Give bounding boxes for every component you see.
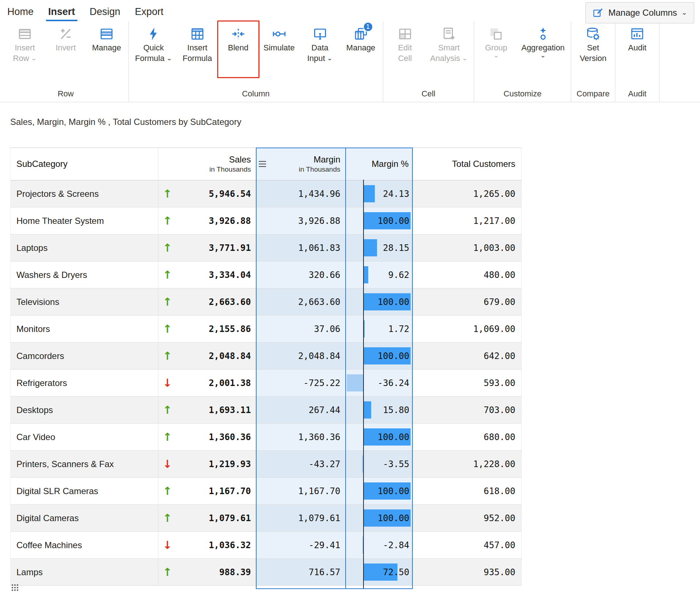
header-customers[interactable]: Total Customers <box>413 148 522 180</box>
table-row[interactable]: Coffee Machines ↓ 1,036.32 -29.41 -2.84 … <box>11 532 522 559</box>
subcategory-cell[interactable]: Lamps <box>11 559 158 586</box>
set-version-button[interactable]: Set Version <box>573 21 614 64</box>
header-sales[interactable]: Sales in Thousands <box>158 148 256 180</box>
header-margin[interactable]: Margin in Thousands <box>256 148 346 180</box>
audit-button[interactable]: Audit <box>617 21 658 53</box>
table-row[interactable]: Desktops ↑ 1,693.11 267.44 15.80 703.00 <box>11 397 522 424</box>
margin-pct-cell[interactable]: -3.55 <box>346 451 413 478</box>
insert-formula-button[interactable]: Insert Formula <box>177 21 218 64</box>
subcategory-cell[interactable]: Printers, Scanners & Fax <box>11 451 158 478</box>
aggregation-button[interactable]: Aggregation ⌄ <box>516 21 569 58</box>
customers-cell[interactable]: 618.00 <box>413 478 522 505</box>
sales-cell[interactable]: ↓ 1,219.93 <box>158 451 256 478</box>
customers-cell[interactable]: 703.00 <box>413 397 522 424</box>
sales-cell[interactable]: ↑ 988.39 <box>158 559 256 586</box>
table-row[interactable]: Televisions ↑ 2,663.60 2,663.60 100.00 6… <box>11 289 522 316</box>
customers-cell[interactable]: 1,228.00 <box>413 451 522 478</box>
margin-cell[interactable]: -43.27 <box>256 451 346 478</box>
margin-pct-cell[interactable]: 72.50 <box>346 559 413 586</box>
customers-cell[interactable]: 457.00 <box>413 532 522 559</box>
margin-pct-cell[interactable]: 100.00 <box>346 478 413 505</box>
margin-pct-cell[interactable]: 1.72 <box>346 316 413 343</box>
table-row[interactable]: Refrigerators ↓ 2,001.38 -725.22 -36.24 … <box>11 370 522 397</box>
margin-pct-cell[interactable]: 100.00 <box>346 343 413 370</box>
customers-cell[interactable]: 1,003.00 <box>413 234 522 261</box>
margin-cell[interactable]: -29.41 <box>256 532 346 559</box>
table-row[interactable]: Car Video ↑ 1,360.36 1,360.36 100.00 680… <box>11 424 522 451</box>
header-margin-pct[interactable]: Margin % <box>346 148 413 180</box>
margin-pct-cell[interactable]: 100.00 <box>346 207 413 234</box>
subcategory-cell[interactable]: Coffee Machines <box>11 532 158 559</box>
table-row[interactable]: Projectors & Screens ↑ 5,946.54 1,434.96… <box>11 180 522 207</box>
margin-cell[interactable]: 1,167.70 <box>256 478 346 505</box>
tab-export[interactable]: Export <box>128 3 171 21</box>
customers-cell[interactable]: 1,265.00 <box>413 180 522 207</box>
customers-cell[interactable]: 1,069.00 <box>413 316 522 343</box>
margin-cell[interactable]: 2,663.60 <box>256 289 346 316</box>
sales-cell[interactable]: ↑ 3,334.04 <box>158 261 256 289</box>
customers-cell[interactable]: 593.00 <box>413 370 522 397</box>
tab-insert[interactable]: Insert <box>41 3 82 21</box>
subcategory-cell[interactable]: Refrigerators <box>11 370 158 397</box>
manage-columns-button[interactable]: Manage Columns ⌄ <box>585 2 694 23</box>
margin-pct-cell[interactable]: 15.80 <box>346 397 413 424</box>
margin-cell[interactable]: 1,434.96 <box>256 180 346 207</box>
quick-formula-button[interactable]: Quick Formula⌄ <box>130 21 177 64</box>
sales-cell[interactable]: ↑ 2,155.86 <box>158 316 256 343</box>
sales-cell[interactable]: ↑ 3,926.88 <box>158 207 256 234</box>
margin-pct-cell[interactable]: 100.00 <box>346 424 413 451</box>
margin-cell[interactable]: 3,926.88 <box>256 207 346 234</box>
subcategory-cell[interactable]: Televisions <box>11 289 158 316</box>
group-button[interactable]: Group ⌄ <box>476 21 516 58</box>
table-row[interactable]: Printers, Scanners & Fax ↓ 1,219.93 -43.… <box>11 451 522 478</box>
column-menu-icon[interactable] <box>258 160 268 168</box>
subcategory-cell[interactable]: Desktops <box>11 397 158 424</box>
table-row[interactable]: Monitors ↑ 2,155.86 37.06 1.72 1,069.00 <box>11 316 522 343</box>
customers-cell[interactable]: 935.00 <box>413 559 522 586</box>
margin-pct-cell[interactable]: -2.84 <box>346 532 413 559</box>
margin-cell[interactable]: 1,360.36 <box>256 424 346 451</box>
manage-rows-button[interactable]: Manage <box>86 21 127 53</box>
margin-cell[interactable]: 1,079.61 <box>256 505 346 532</box>
customers-cell[interactable]: 679.00 <box>413 289 522 316</box>
margin-cell[interactable]: 716.57 <box>256 559 346 586</box>
header-subcategory[interactable]: SubCategory <box>11 148 158 180</box>
blend-button[interactable]: Blend <box>218 21 259 53</box>
table-row[interactable]: Lamps ↑ 988.39 716.57 72.50 935.00 <box>11 559 522 586</box>
sales-cell[interactable]: ↑ 1,360.36 <box>158 424 256 451</box>
subcategory-cell[interactable]: Car Video <box>11 424 158 451</box>
edit-cell-button[interactable]: Edit Cell <box>385 21 426 64</box>
customers-cell[interactable]: 1,217.00 <box>413 207 522 234</box>
smart-analysis-button[interactable]: Smart Analysis⌄ <box>426 21 473 64</box>
subcategory-cell[interactable]: Camcorders <box>11 343 158 370</box>
subcategory-cell[interactable]: Digital Cameras <box>11 505 158 532</box>
subcategory-cell[interactable]: Laptops <box>11 234 158 261</box>
table-row[interactable]: Camcorders ↑ 2,048.84 2,048.84 100.00 64… <box>11 343 522 370</box>
sales-cell[interactable]: ↑ 1,167.70 <box>158 478 256 505</box>
insert-row-button[interactable]: Insert Row⌄ <box>4 21 45 64</box>
margin-cell[interactable]: 2,048.84 <box>256 343 346 370</box>
table-row[interactable]: Washers & Dryers ↑ 3,334.04 320.66 9.62 … <box>11 261 522 289</box>
subcategory-cell[interactable]: Projectors & Screens <box>11 180 158 207</box>
subcategory-cell[interactable]: Digital SLR Cameras <box>11 478 158 505</box>
customers-cell[interactable]: 642.00 <box>413 343 522 370</box>
margin-pct-cell[interactable]: 9.62 <box>346 261 413 289</box>
sales-cell[interactable]: ↑ 1,079.61 <box>158 505 256 532</box>
visual-drag-handle-icon[interactable] <box>11 584 19 592</box>
margin-cell[interactable]: 320.66 <box>256 261 346 289</box>
sales-cell[interactable]: ↑ 5,946.54 <box>158 180 256 207</box>
subcategory-cell[interactable]: Monitors <box>11 316 158 343</box>
margin-cell[interactable]: -725.22 <box>256 370 346 397</box>
margin-pct-cell[interactable]: 24.13 <box>346 180 413 207</box>
tab-home[interactable]: Home <box>7 3 41 21</box>
margin-pct-cell[interactable]: 100.00 <box>346 505 413 532</box>
table-row[interactable]: Digital SLR Cameras ↑ 1,167.70 1,167.70 … <box>11 478 522 505</box>
data-input-button[interactable]: Data Input⌄ <box>300 21 341 64</box>
table-row[interactable]: Laptops ↑ 3,771.91 1,061.83 28.15 1,003.… <box>11 234 522 261</box>
margin-pct-cell[interactable]: 100.00 <box>346 289 413 316</box>
sales-cell[interactable]: ↑ 2,663.60 <box>158 289 256 316</box>
sales-cell[interactable]: ↑ 3,771.91 <box>158 234 256 261</box>
subcategory-cell[interactable]: Washers & Dryers <box>11 261 158 289</box>
sales-cell[interactable]: ↑ 2,048.84 <box>158 343 256 370</box>
sales-cell[interactable]: ↓ 2,001.38 <box>158 370 256 397</box>
